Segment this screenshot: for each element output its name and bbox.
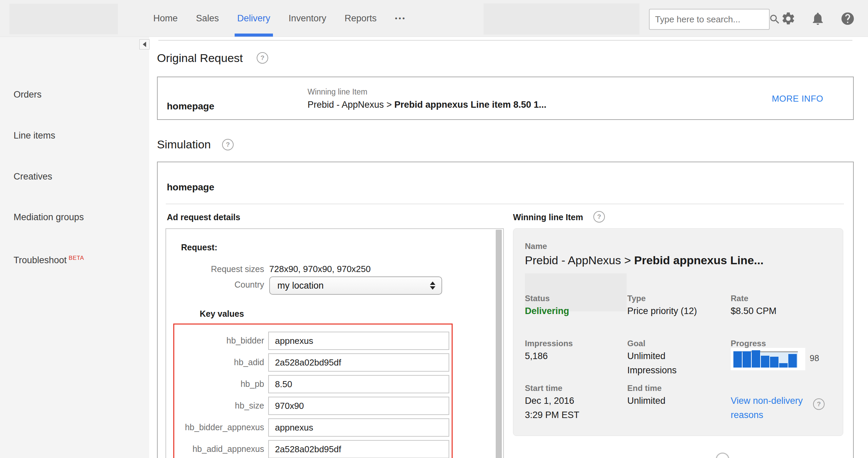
account-placeholder (484, 3, 639, 35)
key-value-input[interactable] (268, 418, 449, 437)
non-delivery-help-icon[interactable]: ? (813, 398, 825, 410)
key-label: hb_adid (177, 357, 264, 367)
winning-line-item-panel: Name Prebid - AppNexus > Prebid appnexus… (513, 228, 843, 436)
page: Home Sales Delivery Inventory Reports ••… (0, 0, 868, 458)
progress-bar (770, 357, 778, 368)
impressions-label: Impressions (525, 339, 573, 348)
primary-nav: Home Sales Delivery Inventory Reports ••… (153, 0, 406, 37)
request-label: Request: (181, 243, 217, 252)
end-time-label: End time (627, 383, 662, 393)
request-sizes-label: Request sizes (181, 264, 264, 274)
status-value: Delivering (525, 304, 569, 318)
tab-home[interactable]: Home (153, 0, 178, 37)
sidebar: Orders Line items Creatives Mediation gr… (0, 37, 149, 458)
tab-sales[interactable]: Sales (196, 0, 219, 37)
end-time-value: Unlimited (627, 394, 666, 408)
sidebar-item-mediation-groups[interactable]: Mediation groups (14, 212, 84, 223)
rate-value: $8.50 CPM (731, 304, 776, 318)
troubleshoot-label: Troubleshoot (14, 255, 67, 265)
progress-label: Progress (731, 339, 766, 348)
start-time-value: Dec 1, 2016 3:29 PM EST (525, 394, 593, 422)
ad-unit-name: homepage (167, 101, 214, 112)
simulation-help-icon[interactable]: ? (222, 139, 234, 150)
status-label: Status (525, 294, 550, 303)
winning-line-item-help-icon[interactable]: ? (593, 211, 605, 223)
tab-reports[interactable]: Reports (344, 0, 377, 37)
key-value-input[interactable] (268, 375, 449, 393)
type-label: Type (627, 294, 646, 303)
sidebar-collapse-button[interactable] (139, 39, 150, 49)
progress-bar (752, 350, 760, 368)
original-request-title: Original Request (157, 51, 243, 65)
top-bar: Home Sales Delivery Inventory Reports ••… (0, 0, 868, 37)
key-values-label: Key values (200, 309, 244, 319)
tab-delivery[interactable]: Delivery (237, 0, 271, 37)
country-select[interactable]: my location (269, 276, 442, 295)
logo-placeholder (9, 4, 118, 34)
search-input[interactable] (650, 14, 769, 25)
progress-bar (779, 363, 788, 368)
winning-name-separator: > (384, 100, 394, 110)
divider (166, 204, 844, 204)
search-box (649, 9, 770, 30)
type-value: Price priority (12) (627, 304, 697, 318)
view-non-delivery-reasons-link[interactable]: View non-delivery reasons (731, 394, 819, 422)
name-prefix: Prebid - AppNexus (525, 254, 621, 267)
name-bold: Prebid appnexus Line... (634, 254, 764, 267)
ad-unit-name: homepage (167, 182, 214, 193)
winning-name-prefix: Prebid - AppNexus (308, 100, 384, 110)
country-label: Country (181, 280, 264, 290)
key-value-input[interactable] (268, 353, 449, 372)
rate-label: Rate (731, 294, 748, 303)
progress-bar (743, 351, 751, 368)
key-label: hb_adid_appnexus (177, 444, 264, 454)
sidebar-item-creatives[interactable]: Creatives (14, 171, 52, 182)
goal-label: Goal (627, 339, 645, 348)
more-tabs-icon[interactable]: ••• (395, 0, 406, 37)
request-sizes-value: 728x90, 970x90, 970x250 (269, 264, 371, 274)
vertical-scrollbar[interactable] (496, 230, 502, 458)
search-icon[interactable] (769, 10, 781, 28)
select-updown-icon (430, 282, 435, 290)
help-icon[interactable] (840, 11, 855, 26)
settings-gear-icon[interactable] (781, 11, 796, 26)
progress-bar (761, 356, 769, 368)
winning-name-bold: Prebid appnexus Line item 8.50 1... (394, 100, 547, 110)
start-time-label: Start time (525, 383, 563, 393)
sidebar-item-orders[interactable]: Orders (14, 89, 42, 100)
ad-request-details-panel: Request: Request sizes 728x90, 970x90, 9… (165, 228, 504, 458)
progress-bar (733, 351, 742, 368)
country-select-value: my location (270, 280, 430, 291)
progress-value: 98 (810, 353, 819, 363)
simulation-card: homepage Ad request details Winning line… (157, 162, 854, 458)
progress-bar (788, 354, 797, 368)
key-label: hb_pb (177, 379, 264, 389)
original-request-help-icon[interactable]: ? (257, 52, 268, 64)
line-item-name: Prebid - AppNexus > Prebid appnexus Line… (525, 254, 764, 267)
ad-request-details-title: Ad request details (167, 212, 240, 222)
sidebar-item-line-items[interactable]: Line items (14, 130, 55, 141)
name-separator: > (621, 254, 634, 267)
key-value-input[interactable] (268, 332, 449, 350)
more-info-link[interactable]: MORE INFO (772, 93, 823, 104)
winning-line-item-value: Prebid - AppNexus > Prebid appnexus Line… (308, 100, 547, 110)
goal-value: Unlimited Impressions (627, 349, 695, 377)
key-value-input[interactable] (268, 397, 449, 415)
beta-badge: BETA (69, 255, 84, 261)
winning-line-item-title: Winning line Item (513, 212, 583, 222)
original-request-card: homepage Winning line Item Prebid - AppN… (157, 77, 854, 120)
tab-inventory[interactable]: Inventory (289, 0, 326, 37)
sidebar-item-troubleshoot[interactable]: TroubleshootBETA (14, 255, 84, 266)
notifications-bell-icon[interactable] (810, 11, 826, 26)
progress-bar-chart (731, 348, 805, 370)
key-label: hb_bidder (177, 336, 264, 346)
winning-line-item-label: Winning line Item (308, 87, 367, 97)
key-value-input[interactable] (268, 440, 449, 458)
collapse-left-arrow-icon (143, 42, 146, 47)
impressions-value: 5,186 (525, 349, 548, 363)
key-label: hb_size (177, 401, 264, 411)
content-top-divider (158, 40, 852, 41)
simulation-title: Simulation (157, 138, 211, 151)
name-label: Name (525, 242, 547, 251)
key-label: hb_bidder_appnexus (177, 422, 264, 432)
